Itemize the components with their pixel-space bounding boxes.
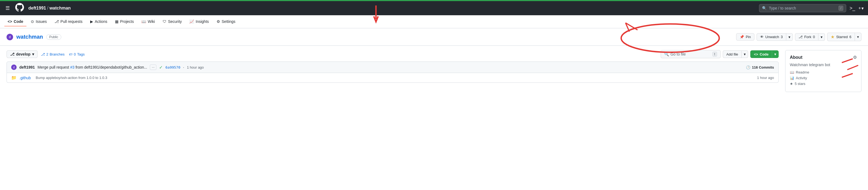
terminal-button[interactable]: >_ <box>848 4 856 12</box>
plus-chevron-icon: ▾ <box>862 6 864 11</box>
tags-link[interactable]: 🏷 0 Tags <box>69 52 85 56</box>
tab-projects-label: Projects <box>120 19 134 24</box>
file-name[interactable]: .github <box>19 76 31 80</box>
sidebar: About ⚙ Watchman telegram bot 📖 Readme 📊… <box>785 50 862 92</box>
go-to-file-button[interactable]: 🔍 Go to file t <box>661 50 721 58</box>
repo-header: d watchman Public 📌 Pin 👁 Unwatch 3 ▾ ⎇ … <box>0 28 868 46</box>
tab-code[interactable]: <> Code <box>4 17 26 26</box>
fork-button-group: ⎇ Fork 0 ▾ <box>795 33 825 41</box>
file-list: 📁 .github Bump appleboy/ssh-action from … <box>6 73 779 83</box>
file-time: 1 hour ago <box>757 76 774 80</box>
tab-pull-requests[interactable]: ⎇ Pull requests <box>51 17 86 26</box>
visibility-badge: Public <box>46 34 61 40</box>
branch-name: develop <box>16 52 31 56</box>
top-nav-right: 🔍 Type / to search / >_ + ▾ <box>759 4 864 12</box>
username-link[interactable]: deft1991 <box>28 6 46 11</box>
stars-icon: ★ <box>790 82 793 86</box>
commit-message: Merge pull request #3 from deft1991/depe… <box>38 65 147 69</box>
projects-icon: ▦ <box>115 19 119 24</box>
star-count: 6 <box>849 35 851 39</box>
tab-actions[interactable]: ▶ Actions <box>87 17 111 26</box>
stars-label: 5 stars <box>795 82 805 86</box>
stars-link[interactable]: ★ 5 stars <box>790 82 857 86</box>
activity-link[interactable]: 📊 Activity <box>790 76 857 80</box>
search-placeholder: Type / to search <box>769 6 836 10</box>
tab-pr-label: Pull requests <box>60 19 83 24</box>
file-row: 📁 .github Bump appleboy/ssh-action from … <box>7 73 778 83</box>
about-description: Watchman telegram bot <box>790 63 857 67</box>
add-file-chevron[interactable]: ▾ <box>742 51 748 58</box>
activity-label: Activity <box>796 76 807 80</box>
code-button[interactable]: <> Code <box>751 51 772 58</box>
repo-subnav: <> Code ⊙ Issues ⎇ Pull requests ▶ Actio… <box>0 15 868 28</box>
branch-info: ⎇ 2 Branches 🏷 0 Tags <box>41 52 85 56</box>
tab-issues[interactable]: ⊙ Issues <box>28 17 50 26</box>
unwatch-button[interactable]: 👁 Unwatch 3 <box>757 33 786 40</box>
github-logo <box>15 3 24 13</box>
fork-icon: ⎇ <box>799 35 803 39</box>
repo-name[interactable]: watchman <box>17 34 43 40</box>
hamburger-menu[interactable]: ☰ <box>4 4 11 12</box>
tab-security-label: Security <box>168 19 182 24</box>
repo-link[interactable]: watchman <box>49 6 70 11</box>
tab-projects[interactable]: ▦ Projects <box>112 17 137 26</box>
branch-count-icon: ⎇ <box>41 52 45 56</box>
main-content: ⎇ develop ▾ ⎇ 2 Branches 🏷 0 Tags 🔍 <box>0 46 868 96</box>
plus-button[interactable]: + ▾ <box>859 6 864 11</box>
tab-wiki[interactable]: 📖 Wiki <box>138 17 158 26</box>
branch-chevron-icon: ▾ <box>32 52 34 56</box>
pr-link[interactable]: #3 <box>70 65 75 69</box>
repo-header-actions: 📌 Pin 👁 Unwatch 3 ▾ ⎇ Fork 0 ▾ ★ <box>736 33 862 41</box>
add-file-button[interactable]: Add file <box>723 51 742 58</box>
top-navbar: ☰ deft1991 / watchman 🔍 Type / to search… <box>0 1 868 15</box>
file-browser: ⎇ develop ▾ ⎇ 2 Branches 🏷 0 Tags 🔍 <box>6 50 779 92</box>
dot-separator: · <box>183 65 184 69</box>
readme-label: Readme <box>796 70 809 74</box>
search-kbd: / <box>839 6 843 11</box>
tag-icon: 🏷 <box>69 52 72 56</box>
code-chevron[interactable]: ▾ <box>772 51 778 58</box>
branch-selector[interactable]: ⎇ develop ▾ <box>6 50 38 58</box>
tab-security[interactable]: 🛡 Security <box>159 17 185 26</box>
add-file-label: Add file <box>726 52 738 56</box>
fork-button[interactable]: ⎇ Fork 0 <box>795 33 818 40</box>
about-section: About ⚙ Watchman telegram bot 📖 Readme 📊… <box>785 50 862 92</box>
tab-code-label: Code <box>13 19 23 24</box>
branch-icon: ⎇ <box>10 52 14 56</box>
about-gear-icon[interactable]: ⚙ <box>853 55 857 60</box>
pin-button[interactable]: 📌 Pin <box>736 33 754 40</box>
star-button[interactable]: ★ Starred 6 <box>828 33 855 41</box>
readme-link[interactable]: 📖 Readme <box>790 70 857 74</box>
search-bar[interactable]: 🔍 Type / to search / <box>759 4 846 12</box>
fork-chevron[interactable]: ▾ <box>818 33 825 40</box>
commit-dots[interactable]: ··· <box>150 65 156 70</box>
unwatch-count: 3 <box>781 35 783 39</box>
wiki-icon: 📖 <box>142 19 146 24</box>
tab-insights[interactable]: 📈 Insights <box>186 17 212 26</box>
settings-icon: ⚙ <box>217 19 220 24</box>
commit-count[interactable]: 🕐 116 Commits <box>746 65 774 69</box>
star-button-group: ★ Starred 6 ▾ <box>827 33 862 41</box>
eye-icon: 👁 <box>760 35 764 39</box>
pin-label: Pin <box>746 35 751 39</box>
tab-actions-label: Actions <box>95 19 107 24</box>
fork-count: 0 <box>813 35 815 39</box>
commit-username[interactable]: deft1991 <box>19 65 35 69</box>
fork-label: Fork <box>804 35 811 39</box>
repo-avatar: d <box>6 34 13 40</box>
branches-link[interactable]: ⎇ 2 Branches <box>41 52 65 56</box>
add-file-button-group: Add file ▾ <box>723 50 748 58</box>
plus-icon: + <box>859 6 861 11</box>
code-label: Code <box>760 52 769 56</box>
search-icon: 🔍 <box>664 52 669 56</box>
tab-settings[interactable]: ⚙ Settings <box>213 17 239 26</box>
commit-hash[interactable]: 6a99570 <box>165 65 180 69</box>
file-commit-message: Bump appleboy/ssh-action from 1.0.0 to 1… <box>36 76 754 80</box>
about-title: About <box>790 55 802 60</box>
history-icon: 🕐 <box>746 65 750 69</box>
toolbar-row: ⎇ develop ▾ ⎇ 2 Branches 🏷 0 Tags 🔍 <box>6 50 779 58</box>
unwatch-chevron[interactable]: ▾ <box>786 33 793 40</box>
star-label: Starred <box>836 35 848 39</box>
tab-issues-label: Issues <box>36 19 46 24</box>
star-chevron[interactable]: ▾ <box>855 33 861 40</box>
